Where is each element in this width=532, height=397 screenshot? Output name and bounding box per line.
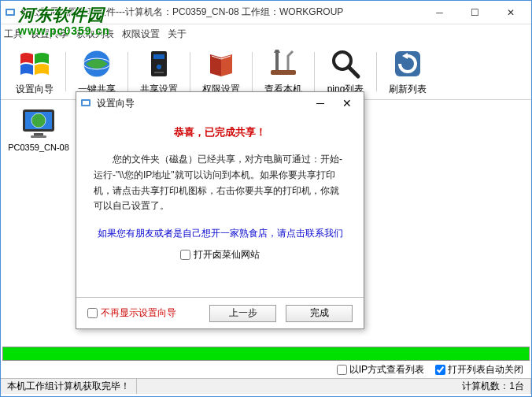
no-hint-label: 不再显示设置向导	[101, 306, 176, 320]
wizard-icon	[79, 97, 92, 109]
svg-rect-17	[34, 133, 43, 135]
tool-oneclick-share[interactable]: 一键共享	[68, 46, 126, 98]
minimize-button[interactable]: ─	[422, 2, 457, 24]
progress-bar	[2, 347, 530, 361]
magnifier-icon	[328, 46, 363, 81]
svg-line-11	[349, 67, 358, 76]
main-titlebar: xx公司局域网共享软件---计算机名：PC0359_CN-08 工作组：WORK…	[1, 1, 531, 24]
status-right: 计算机数：1台	[456, 379, 531, 394]
wizard-title: 设置向导	[97, 97, 307, 110]
prev-button[interactable]: 上一步	[209, 305, 276, 322]
auto-close-label: 打开列表自动关闭	[448, 363, 523, 377]
tool-wizard[interactable]: 设置向导	[6, 46, 64, 98]
open-site-checkbox[interactable]	[180, 250, 190, 260]
menu-permissions[interactable]: 权限设置	[122, 28, 160, 41]
wizard-open-site-row: 打开卤菜仙网站	[94, 248, 346, 262]
tools-icon	[266, 46, 301, 81]
svg-rect-1	[7, 10, 13, 14]
window-title: xx公司局域网共享软件---计算机名：PC0359_CN-08 工作组：WORK…	[21, 6, 422, 19]
wizard-text: 您的文件夹（磁盘）已经共享，对方电脑可通过：开始-运行-"\\您的IP地址"就可…	[94, 152, 346, 214]
options-row: 以IP方式查看列表 打开列表自动关闭	[1, 362, 531, 378]
menu-about[interactable]: 关于	[168, 28, 187, 41]
auto-close-checkbox[interactable]	[435, 365, 445, 375]
ip-mode-label: 以IP方式查看列表	[349, 363, 424, 377]
wizard-minimize-button[interactable]: ─	[307, 94, 334, 113]
wizard-body: 恭喜，已完成共享！ 您的文件夹（磁盘）已经共享，对方电脑可通过：开始-运行-"\…	[76, 114, 364, 269]
menu-share-settings[interactable]: 设置共享	[31, 28, 68, 41]
refresh-icon	[390, 46, 425, 81]
auto-close-option[interactable]: 打开列表自动关闭	[435, 363, 523, 377]
tool-permissions[interactable]: 权限设置	[192, 46, 250, 98]
close-button[interactable]: ✕	[493, 2, 528, 24]
ip-mode-checkbox[interactable]	[337, 365, 347, 375]
tool-ping-list[interactable]: ping列表	[316, 46, 375, 98]
app-icon	[4, 6, 17, 19]
wizard-heading: 恭喜，已完成共享！	[94, 125, 346, 139]
ip-mode-option[interactable]: 以IP方式查看列表	[337, 363, 424, 377]
server-icon	[142, 46, 176, 81]
menu-tools[interactable]: 工具	[4, 28, 23, 41]
book-icon	[204, 46, 238, 81]
svg-rect-6	[153, 54, 164, 59]
monitor-globe-icon	[18, 106, 59, 139]
wizard-footer: 不再显示设置向导 上一步 完成	[76, 297, 364, 328]
status-bar: 本机工作组计算机获取完毕！ 计算机数：1台	[1, 378, 531, 394]
svg-rect-9	[271, 70, 296, 75]
tool-share-settings[interactable]: 共享设置	[130, 46, 188, 98]
wizard-close-button[interactable]: ✕	[334, 94, 360, 113]
wizard-titlebar: 设置向导 ─ ✕	[76, 92, 364, 114]
tool-label: 刷新列表	[389, 83, 427, 96]
maximize-button[interactable]: ☐	[457, 2, 493, 24]
windows-flag-icon	[17, 46, 52, 81]
svg-rect-8	[154, 72, 164, 73]
status-left: 本机工作组计算机获取完毕！	[1, 379, 137, 394]
menubar: 工具 设置共享 获取列表 权限设置 关于	[1, 24, 531, 43]
finish-button[interactable]: 完成	[286, 305, 353, 322]
wizard-link[interactable]: 如果您有朋友或者是自己想开一家熟食店，请点击联系我们	[94, 227, 346, 240]
menu-get-list[interactable]: 获取列表	[76, 28, 114, 41]
tool-view-local[interactable]: 查看本机	[254, 46, 312, 98]
no-hint-row: 不再显示设置向导	[87, 306, 200, 320]
tool-refresh-list[interactable]: 刷新列表	[379, 46, 437, 98]
computer-label: PC0359_CN-08	[8, 143, 69, 152]
svg-rect-18	[31, 135, 46, 138]
computer-item[interactable]: PC0359_CN-08	[7, 106, 70, 152]
network-globe-icon	[79, 46, 114, 81]
tool-label: 设置向导	[16, 83, 54, 96]
svg-rect-20	[83, 101, 89, 105]
no-hint-checkbox[interactable]	[87, 308, 98, 318]
wizard-dialog: 设置向导 ─ ✕ 恭喜，已完成共享！ 您的文件夹（磁盘）已经共享，对方电脑可通过…	[76, 91, 364, 329]
svg-point-7	[157, 65, 161, 69]
open-site-label: 打开卤菜仙网站	[194, 248, 260, 262]
